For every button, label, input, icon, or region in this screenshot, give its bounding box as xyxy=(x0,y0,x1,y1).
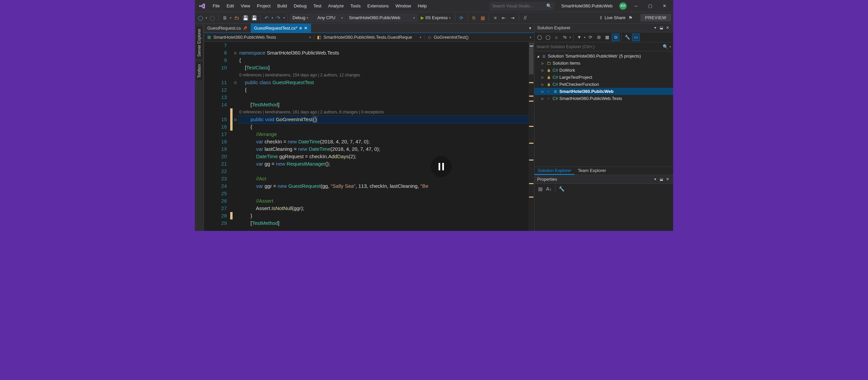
solution-search-input[interactable] xyxy=(536,44,663,49)
panel-options-icon[interactable]: ▾ xyxy=(652,177,658,183)
split-editor-icon[interactable]: ⬓ xyxy=(528,42,534,48)
close-icon[interactable]: ✕ xyxy=(664,177,671,183)
start-debugging-button[interactable]: ▶ IIS Express▾ xyxy=(419,15,453,20)
tree-item-publicweb[interactable]: ▷ ✓ ⊕ SmartHotel360.PublicWeb xyxy=(534,88,673,95)
open-file-icon[interactable]: 🗀 xyxy=(233,14,240,22)
menu-build[interactable]: Build xyxy=(274,2,290,10)
categorized-icon[interactable]: ▤ xyxy=(536,185,544,192)
align-icon[interactable]: ≡ xyxy=(491,14,499,22)
tab-overflow-button[interactable]: ▾ xyxy=(526,24,534,33)
menu-help[interactable]: Help xyxy=(415,2,430,10)
nav-method-dropdown[interactable]: ◇ GoGreenInitTest()▾ xyxy=(425,35,534,40)
menu-edit[interactable]: Edit xyxy=(223,2,237,10)
expand-icon[interactable]: ▷ xyxy=(540,90,545,93)
tab-guestrequest[interactable]: GuestRequest.cs 📌 xyxy=(204,24,251,33)
toolbox-tab[interactable]: Toolbox xyxy=(195,61,203,81)
menu-window[interactable]: Window xyxy=(393,2,414,10)
close-icon[interactable]: ✕ xyxy=(664,25,671,31)
tab-solution-explorer[interactable]: Solution Explorer xyxy=(534,167,575,175)
configuration-dropdown[interactable]: Debug▾ xyxy=(290,14,314,22)
nav-project-dropdown[interactable]: ⊞ SmartHotel360.PublicWeb.Tests▾ xyxy=(204,35,314,40)
pin-icon[interactable]: 📌 xyxy=(243,26,247,30)
alphabetical-icon[interactable]: A↓ xyxy=(545,185,553,192)
live-share-button[interactable]: ⇪Live Share xyxy=(599,15,625,20)
collapse-all-icon[interactable]: ⊞ xyxy=(595,34,602,41)
extension-icon[interactable]: ▦ xyxy=(479,14,486,22)
pin-icon[interactable]: ⬓ xyxy=(658,25,664,31)
tree-item-tests[interactable]: ▷ ✓ C# SmartHotel360.PublicWeb.Tests xyxy=(534,95,673,102)
indent-out-icon[interactable]: ⇤ xyxy=(500,14,507,22)
properties-grid[interactable] xyxy=(534,194,673,231)
expand-icon[interactable]: ▷ xyxy=(540,76,545,79)
tree-item-dowork[interactable]: ▷ 🔒 C# DoWork xyxy=(534,67,673,74)
quick-launch-input[interactable] xyxy=(492,4,546,8)
nav-class-dropdown[interactable]: ◧ SmartHotel360.PublicWeb.Tests.GuestReq… xyxy=(314,35,424,40)
pin-icon[interactable]: ⊕ xyxy=(299,26,302,30)
save-icon[interactable]: 💾 xyxy=(242,14,249,22)
menu-file[interactable]: File xyxy=(210,2,223,10)
tab-guestrequesttest[interactable]: GuestRequestTest.cs* ⊕ ✕ xyxy=(251,24,312,33)
menu-test[interactable]: Test xyxy=(310,2,324,10)
save-all-icon[interactable]: 💾 xyxy=(250,14,258,22)
expand-icon[interactable]: ▷ xyxy=(540,62,545,65)
feedback-icon[interactable]: ⚑ xyxy=(627,14,634,22)
startup-project-dropdown[interactable]: SmartHotel360.PublicWeb▾ xyxy=(347,14,417,22)
close-button[interactable]: ✕ xyxy=(658,1,671,11)
menu-extensions[interactable]: Extensions xyxy=(364,2,392,10)
expand-icon[interactable]: ▷ xyxy=(540,83,545,86)
close-icon[interactable]: ✕ xyxy=(304,26,308,31)
nav-back-chevron-icon[interactable]: ▾ xyxy=(206,16,207,20)
nav-forward-icon[interactable]: ◯ xyxy=(209,14,216,22)
quick-launch-search[interactable]: 🔍 xyxy=(490,2,554,10)
minimize-button[interactable]: ─ xyxy=(629,1,643,11)
server-explorer-tab[interactable]: Server Explorer xyxy=(195,26,203,60)
menu-tools[interactable]: Tools xyxy=(347,2,364,10)
video-pause-overlay-icon[interactable] xyxy=(431,156,452,177)
vertical-scrollbar[interactable]: ⬓ ▴ xyxy=(528,42,534,231)
expand-icon[interactable]: ▷ xyxy=(540,69,545,72)
fold-toggle[interactable]: ⊟ xyxy=(232,49,238,57)
show-all-icon[interactable]: ▦ xyxy=(603,34,611,41)
new-project-icon[interactable]: 🗎 xyxy=(221,14,228,22)
undo-icon[interactable]: ↶ xyxy=(263,14,270,22)
nav-back-icon[interactable]: ◯ xyxy=(197,14,204,22)
account-badge[interactable]: KH xyxy=(619,2,627,10)
tree-solution-root[interactable]: ◢ ⧈ Solution 'SmartHotel360.PublicWeb' (… xyxy=(534,53,673,60)
redo-icon[interactable]: ↷ xyxy=(275,14,282,22)
maximize-button[interactable]: ▢ xyxy=(644,1,657,11)
tab-team-explorer[interactable]: Team Explorer xyxy=(575,167,610,175)
solution-tree[interactable]: ◢ ⧈ Solution 'SmartHotel360.PublicWeb' (… xyxy=(534,51,673,167)
fold-toggle[interactable]: ⊟ xyxy=(232,116,238,123)
solution-search[interactable]: 🔍▾ xyxy=(534,42,673,51)
menu-debug[interactable]: Debug xyxy=(291,2,310,10)
back-icon[interactable]: ◯ xyxy=(536,34,543,41)
filter-icon[interactable]: ▼ xyxy=(576,34,583,41)
forward-icon[interactable]: ◯ xyxy=(544,34,552,41)
tree-item-solution-items[interactable]: ▷ 🗀 Solution Items xyxy=(534,60,673,67)
menu-analyze[interactable]: Analyze xyxy=(325,2,347,10)
pin-icon[interactable]: ⬓ xyxy=(658,177,664,183)
tree-item-largetest[interactable]: ▷ 🔒 C# LargeTestProject xyxy=(534,74,673,81)
sync-icon[interactable]: ⇆ xyxy=(561,34,568,41)
scroll-thumb[interactable] xyxy=(529,48,533,74)
menu-project[interactable]: Project xyxy=(254,2,273,10)
codelens[interactable]: 0 references | kendrahavens, 161 days ag… xyxy=(238,108,528,116)
menu-view[interactable]: View xyxy=(238,2,253,10)
preview-icon[interactable]: ▭ xyxy=(632,34,640,41)
code-content[interactable]: namespace SmartHotel360.PublicWeb.Tests … xyxy=(238,42,528,231)
browser-link-icon[interactable]: ⎘ xyxy=(470,14,477,22)
tree-item-petchecker[interactable]: ▷ 🔒 C# PetCheckerFunction xyxy=(534,81,673,88)
view-code-icon[interactable]: ⧉ xyxy=(612,34,619,41)
fold-toggle[interactable]: ⊟ xyxy=(232,79,238,86)
code-editor[interactable]: 7 8 9 10 11 12 13 14 15 16 17 18 19 20 2… xyxy=(204,42,534,231)
properties-icon[interactable]: 🔧 xyxy=(624,34,631,41)
platform-dropdown[interactable]: Any CPU▾ xyxy=(315,14,345,22)
codelens[interactable]: 0 references | kendrahavens, 154 days ag… xyxy=(238,71,528,79)
panel-options-icon[interactable]: ▾ xyxy=(652,25,658,31)
home-icon[interactable]: ⌂ xyxy=(553,34,560,41)
comment-icon[interactable]: // xyxy=(521,14,529,22)
indent-in-icon[interactable]: ⇥ xyxy=(509,14,516,22)
wrench-icon[interactable]: 🔧 xyxy=(558,185,565,192)
expand-icon[interactable]: ◢ xyxy=(536,55,540,58)
refresh-icon[interactable]: ⟳ xyxy=(458,14,465,22)
